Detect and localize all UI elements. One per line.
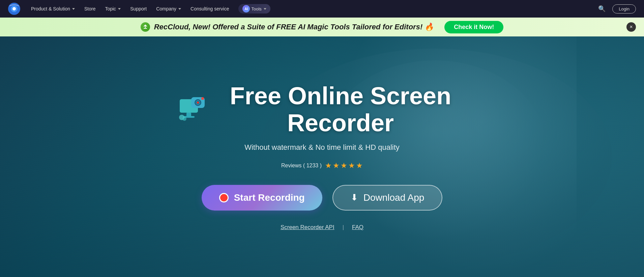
navigation: Product & Solution Store Topic Support C… bbox=[0, 0, 644, 18]
svg-point-2 bbox=[12, 7, 16, 10]
reviews-label: Reviews ( 1233 ) bbox=[281, 163, 322, 169]
banner-text: RecCloud, New! Offered a Suite of FREE A… bbox=[154, 23, 434, 31]
faq-link[interactable]: FAQ bbox=[352, 224, 363, 231]
star-3: ★ bbox=[341, 161, 347, 170]
hero-title: Free Online Screen Recorder bbox=[214, 83, 467, 136]
nav-store[interactable]: Store bbox=[84, 6, 95, 11]
hero-reviews: Reviews ( 1233 ) ★ ★ ★ ★ ★ bbox=[177, 161, 467, 170]
link-separator: | bbox=[343, 224, 344, 231]
promo-banner: RecCloud, New! Offered a Suite of FREE A… bbox=[0, 18, 644, 36]
hero-subtitle: Without watermark & No time limit & HD q… bbox=[177, 143, 467, 152]
start-recording-label: Start Recording bbox=[234, 192, 305, 203]
star-rating: ★ ★ ★ ★ ★ bbox=[325, 161, 363, 170]
chevron-down-icon bbox=[178, 8, 181, 10]
ai-tools-nav[interactable]: AI Tools bbox=[238, 4, 270, 13]
nav-links: Product & Solution Store Topic Support C… bbox=[31, 4, 587, 13]
svg-point-10 bbox=[201, 97, 204, 100]
screen-recorder-api-link[interactable]: Screen Recorder API bbox=[281, 224, 334, 231]
nav-consulting[interactable]: Consulting service bbox=[191, 6, 229, 11]
download-app-label: Download App bbox=[363, 192, 425, 203]
hero-title-row: Free Online Screen Recorder bbox=[177, 83, 467, 136]
star-2: ★ bbox=[333, 161, 340, 170]
record-dot-icon bbox=[219, 193, 229, 202]
svg-point-9 bbox=[197, 102, 199, 104]
download-icon: ⬇ bbox=[351, 192, 358, 203]
logo[interactable] bbox=[8, 3, 20, 15]
download-app-button[interactable]: ⬇ Download App bbox=[332, 185, 443, 211]
nav-right: 🔍 Login bbox=[598, 4, 636, 13]
banner-cta-button[interactable]: Check it Now! bbox=[444, 21, 503, 33]
svg-rect-3 bbox=[144, 28, 147, 29]
nav-company[interactable]: Company bbox=[156, 6, 181, 11]
reccloud-icon bbox=[141, 22, 150, 32]
screen-recorder-icon bbox=[177, 94, 207, 125]
hero-buttons: Start Recording ⬇ Download App bbox=[177, 185, 467, 211]
logo-icon bbox=[8, 3, 20, 15]
hero-links: Screen Recorder API | FAQ bbox=[177, 224, 467, 231]
star-5: ★ bbox=[356, 161, 363, 170]
start-recording-button[interactable]: Start Recording bbox=[202, 185, 322, 211]
chevron-down-icon bbox=[118, 8, 121, 10]
hero-content: Free Online Screen Recorder Without wate… bbox=[170, 62, 474, 251]
banner-content: RecCloud, New! Offered a Suite of FREE A… bbox=[13, 21, 631, 33]
chevron-down-icon bbox=[264, 8, 266, 10]
nav-support[interactable]: Support bbox=[130, 6, 147, 11]
login-button[interactable]: Login bbox=[612, 4, 636, 13]
svg-point-14 bbox=[182, 117, 186, 121]
search-icon[interactable]: 🔍 bbox=[598, 5, 606, 12]
chevron-down-icon bbox=[72, 8, 75, 10]
nav-topic[interactable]: Topic bbox=[105, 6, 121, 11]
hero-section: Free Online Screen Recorder Without wate… bbox=[0, 36, 644, 277]
star-4: ★ bbox=[348, 161, 355, 170]
banner-close-button[interactable]: × bbox=[626, 22, 636, 32]
star-1: ★ bbox=[325, 161, 332, 170]
ai-icon: AI bbox=[242, 5, 250, 12]
nav-product-solution[interactable]: Product & Solution bbox=[31, 6, 75, 11]
